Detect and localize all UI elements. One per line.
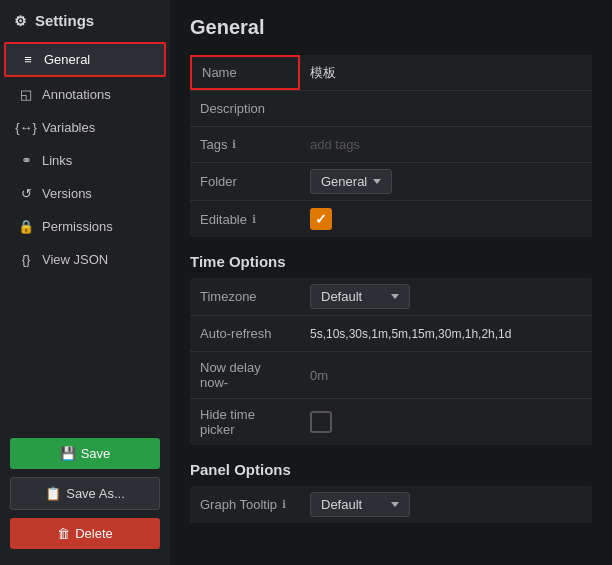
auto-refresh-value: 5s,10s,30s,1m,5m,15m,30m,1h,2h,1d — [300, 320, 592, 347]
folder-dropdown[interactable]: General — [310, 169, 392, 194]
panel-options-header: Panel Options — [190, 461, 592, 478]
sidebar-item-general[interactable]: ≡ General — [4, 42, 166, 77]
auto-refresh-row: Auto-refresh 5s,10s,30s,1m,5m,15m,30m,1h… — [190, 316, 592, 352]
sidebar-item-links[interactable]: ⚭ Links — [4, 145, 166, 176]
versions-icon: ↺ — [18, 186, 34, 201]
name-label: Name — [190, 55, 300, 90]
description-value — [300, 95, 592, 122]
panel-options-section: Graph Tooltip ℹ Default — [190, 486, 592, 523]
timezone-value: Default — [300, 278, 592, 315]
name-row: Name — [190, 55, 592, 91]
name-value — [300, 59, 592, 87]
tags-input[interactable] — [310, 137, 582, 152]
view-json-icon: {} — [18, 252, 34, 267]
editable-info-icon[interactable]: ℹ — [252, 213, 256, 226]
hide-time-picker-row: Hide time picker — [190, 399, 592, 445]
sidebar-item-view-json[interactable]: {} View JSON — [4, 244, 166, 275]
now-delay-label: Now delay now- — [190, 352, 300, 398]
name-input[interactable] — [310, 65, 582, 80]
editable-value: ✓ — [300, 202, 592, 236]
editable-checkbox[interactable]: ✓ — [310, 208, 332, 230]
permissions-icon: 🔒 — [18, 219, 34, 234]
description-label: Description — [190, 93, 300, 124]
sidebar-item-label: Annotations — [42, 87, 111, 102]
save-icon: 💾 — [60, 446, 76, 461]
hide-time-picker-label: Hide time picker — [190, 399, 300, 445]
annotations-icon: ◱ — [18, 87, 34, 102]
sidebar-item-variables[interactable]: {↔} Variables — [4, 112, 166, 143]
chevron-down-icon — [373, 179, 381, 184]
gear-icon: ⚙ — [14, 13, 27, 29]
graph-tooltip-chevron-icon — [391, 502, 399, 507]
now-delay-input[interactable] — [310, 368, 478, 383]
general-icon: ≡ — [20, 52, 36, 67]
sidebar-actions: 💾 Save 📋 Save As... 🗑 Delete — [0, 428, 170, 565]
description-row: Description — [190, 91, 592, 127]
sidebar-title: Settings — [35, 12, 94, 29]
save-button[interactable]: 💾 Save — [10, 438, 160, 469]
editable-row: Editable ℹ ✓ — [190, 201, 592, 237]
save-as-icon: 📋 — [45, 486, 61, 501]
delete-icon: 🗑 — [57, 526, 70, 541]
timezone-row: Timezone Default — [190, 278, 592, 316]
editable-label: Editable ℹ — [190, 204, 300, 235]
sidebar-item-label: Permissions — [42, 219, 113, 234]
graph-tooltip-info-icon[interactable]: ℹ — [282, 498, 286, 511]
graph-tooltip-value: Default — [300, 486, 592, 523]
general-form-section: Name Description Tags ℹ — [190, 55, 592, 237]
sidebar-header: ⚙ Settings — [0, 0, 170, 41]
sidebar-item-versions[interactable]: ↺ Versions — [4, 178, 166, 209]
tags-row: Tags ℹ — [190, 127, 592, 163]
checkmark-icon: ✓ — [315, 211, 327, 227]
sidebar-nav: ≡ General ◱ Annotations {↔} Variables ⚭ … — [0, 41, 170, 428]
folder-value: General — [300, 163, 592, 200]
sidebar-item-label: General — [44, 52, 90, 67]
graph-tooltip-label: Graph Tooltip ℹ — [190, 489, 300, 520]
save-as-button[interactable]: 📋 Save As... — [10, 477, 160, 510]
time-options-section: Timezone Default Auto-refresh 5s,10s,30s… — [190, 278, 592, 445]
sidebar-item-label: Links — [42, 153, 72, 168]
links-icon: ⚭ — [18, 153, 34, 168]
page-title: General — [190, 16, 592, 39]
time-options-header: Time Options — [190, 253, 592, 270]
sidebar-item-label: Versions — [42, 186, 92, 201]
hide-time-picker-value — [300, 405, 592, 439]
folder-row: Folder General — [190, 163, 592, 201]
tags-info-icon[interactable]: ℹ — [232, 138, 236, 151]
tags-value — [300, 131, 592, 158]
now-delay-value — [300, 362, 592, 389]
timezone-label: Timezone — [190, 281, 300, 312]
sidebar-item-permissions[interactable]: 🔒 Permissions — [4, 211, 166, 242]
description-input[interactable] — [310, 101, 582, 116]
sidebar: ⚙ Settings ≡ General ◱ Annotations {↔} V… — [0, 0, 170, 565]
delete-button[interactable]: 🗑 Delete — [10, 518, 160, 549]
sidebar-item-label: Variables — [42, 120, 95, 135]
graph-tooltip-row: Graph Tooltip ℹ Default — [190, 486, 592, 523]
tags-label: Tags ℹ — [190, 129, 300, 160]
folder-label: Folder — [190, 166, 300, 197]
hide-time-picker-checkbox[interactable] — [310, 411, 332, 433]
variables-icon: {↔} — [18, 120, 34, 135]
sidebar-item-annotations[interactable]: ◱ Annotations — [4, 79, 166, 110]
main-content: General Name Description Tags ℹ — [170, 0, 612, 565]
timezone-dropdown[interactable]: Default — [310, 284, 410, 309]
now-delay-row: Now delay now- — [190, 352, 592, 399]
timezone-chevron-icon — [391, 294, 399, 299]
sidebar-item-label: View JSON — [42, 252, 108, 267]
graph-tooltip-dropdown[interactable]: Default — [310, 492, 410, 517]
auto-refresh-label: Auto-refresh — [190, 318, 300, 349]
